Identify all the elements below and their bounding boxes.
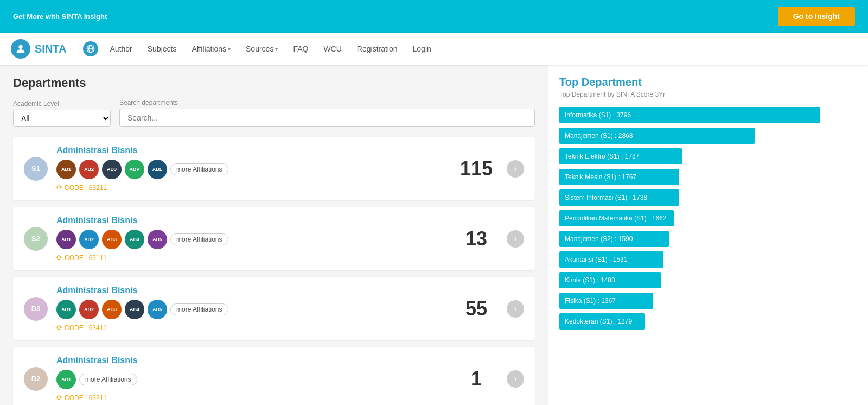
- dept-name[interactable]: Administrasi Bisnis: [56, 286, 446, 295]
- top-dept-bar[interactable]: Akuntansi (S1) : 1531: [559, 251, 663, 268]
- affil-logo[interactable]: AB1: [56, 300, 76, 319]
- affil-logos: AB1more Affiliations: [56, 370, 446, 389]
- dept-info: Administrasi BisnisAB1AB2AB3AB4AB5more A…: [56, 216, 446, 262]
- affil-logo[interactable]: AB5: [148, 230, 167, 249]
- dept-code: ⟳CODE : 63111: [56, 254, 446, 262]
- dept-count: 55: [455, 298, 498, 320]
- top-dept-bar[interactable]: Kimia (S1) : 1488: [559, 272, 661, 288]
- top-dept-bar[interactable]: Pendidikan Matematika (S1) : 1662: [559, 210, 674, 226]
- dept-detail-arrow[interactable]: ›: [507, 370, 524, 388]
- dept-level-badge: S1: [24, 157, 48, 181]
- code-icon: ⟳: [56, 324, 62, 332]
- affil-logo[interactable]: AB3: [102, 300, 122, 319]
- dept-name[interactable]: Administrasi Bisnis: [56, 145, 446, 155]
- nav-item-registration[interactable]: Registration: [350, 41, 404, 56]
- dept-count: 13: [455, 227, 498, 250]
- brand-icon: [11, 39, 30, 59]
- top-dept-bar[interactable]: Manajemen (S2) : 1590: [559, 231, 669, 247]
- top-dept-bar-item: Sistem Informasi (S1) : 1738: [559, 189, 857, 206]
- dept-code: ⟳CODE : 63211: [56, 394, 446, 402]
- brand-name: SINTA: [35, 43, 67, 55]
- dept-info: Administrasi BisnisAB1more Affiliations⟳…: [56, 356, 446, 402]
- department-list: S1Administrasi BisnisAB1AB2AB3ABPABLmore…: [13, 137, 535, 405]
- dept-level-badge: S2: [24, 227, 48, 251]
- affil-logo[interactable]: AB2: [79, 230, 99, 249]
- affil-logo[interactable]: AB1: [56, 370, 76, 389]
- nav-item-sources[interactable]: Sources▾: [239, 41, 284, 56]
- dept-detail-arrow[interactable]: ›: [507, 230, 524, 248]
- affil-logo[interactable]: ABL: [148, 160, 167, 179]
- top-dept-bar[interactable]: Sistem Informasi (S1) : 1738: [559, 189, 679, 206]
- more-affiliations-button[interactable]: more Affiliations: [170, 233, 228, 245]
- academic-level-filter: Academic Level AllS1S2S3D3D4D2D1: [13, 100, 111, 127]
- dept-code-text: CODE : 63211: [65, 394, 107, 402]
- dept-detail-arrow[interactable]: ›: [507, 300, 524, 318]
- more-affiliations-button[interactable]: more Affiliations: [170, 163, 228, 175]
- department-card: D2Administrasi BisnisAB1more Affiliation…: [13, 347, 535, 405]
- top-dept-bar-item: Manajemen (S1) : 2868: [559, 128, 857, 144]
- affil-logo[interactable]: AB4: [125, 230, 144, 249]
- search-wrap: Search departments: [119, 99, 535, 127]
- nav-links: AuthorSubjectsAffiliations▾Sources▾FAQWC…: [104, 41, 857, 56]
- top-dept-bar[interactable]: Teknik Elektro (S1) : 1787: [559, 148, 682, 164]
- top-dept-bar-item: Teknik Mesin (S1) : 1767: [559, 169, 857, 185]
- globe-icon[interactable]: [83, 41, 98, 56]
- dept-name[interactable]: Administrasi Bisnis: [56, 356, 446, 365]
- dept-code-text: CODE : 63211: [65, 184, 107, 192]
- search-label: Search departments: [119, 99, 535, 106]
- chevron-down-icon: ▾: [275, 46, 278, 52]
- dept-code-text: CODE : 63411: [65, 324, 107, 332]
- affil-logo[interactable]: AB2: [79, 300, 99, 319]
- top-dept-bar-item: Pendidikan Matematika (S1) : 1662: [559, 210, 857, 226]
- insight-button[interactable]: Go to Insight: [778, 7, 855, 26]
- affil-logo[interactable]: AB3: [102, 160, 122, 179]
- nav-item-author[interactable]: Author: [104, 41, 139, 56]
- dept-name[interactable]: Administrasi Bisnis: [56, 216, 446, 225]
- dept-info: Administrasi BisnisAB1AB2AB3AB4AB5more A…: [56, 286, 446, 332]
- nav-item-affiliations[interactable]: Affiliations▾: [185, 41, 237, 56]
- dept-count: 1: [455, 368, 498, 390]
- top-department-chart: Informatika (S1) : 3796Manajemen (S1) : …: [559, 107, 857, 330]
- top-dept-bar[interactable]: Teknik Mesin (S1) : 1767: [559, 169, 679, 185]
- dept-code: ⟳CODE : 63211: [56, 183, 446, 192]
- affil-logo[interactable]: AB1: [56, 160, 76, 179]
- main-layout: Departments Academic Level AllS1S2S3D3D4…: [0, 65, 868, 405]
- dept-level-badge: D3: [24, 297, 48, 321]
- top-dept-bar-item: Akuntansi (S1) : 1531: [559, 251, 857, 268]
- nav-item-subjects[interactable]: Subjects: [141, 41, 183, 56]
- affil-logo[interactable]: AB4: [125, 300, 144, 319]
- affil-logo[interactable]: AB3: [102, 230, 122, 249]
- more-affiliations-button[interactable]: more Affiliations: [170, 303, 228, 315]
- affil-logo[interactable]: AB1: [56, 230, 76, 249]
- nav-item-login[interactable]: Login: [406, 41, 438, 56]
- nav-item-faq[interactable]: FAQ: [286, 41, 315, 56]
- affil-logo[interactable]: AB5: [148, 300, 167, 319]
- brand-logo[interactable]: SINTA: [11, 39, 67, 59]
- affil-logo[interactable]: AB2: [79, 160, 99, 179]
- code-icon: ⟳: [56, 394, 62, 402]
- top-dept-bar-item: Fisika (S1) : 1367: [559, 293, 857, 309]
- department-card: S2Administrasi BisnisAB1AB2AB3AB4AB5more…: [13, 207, 535, 270]
- navbar: SINTA AuthorSubjectsAffiliations▾Sources…: [0, 33, 868, 65]
- top-dept-bar[interactable]: Kedokteran (S1) : 1279: [559, 313, 645, 330]
- dept-level-badge: D2: [24, 367, 48, 391]
- affil-logo[interactable]: ABP: [125, 160, 144, 179]
- top-dept-bar-item: Teknik Elektro (S1) : 1787: [559, 148, 857, 164]
- top-dept-bar[interactable]: Informatika (S1) : 3796: [559, 107, 820, 123]
- search-input[interactable]: [119, 109, 535, 127]
- academic-level-label: Academic Level: [13, 100, 111, 107]
- dept-detail-arrow[interactable]: ›: [507, 160, 524, 178]
- top-dept-bar-item: Manajemen (S2) : 1590: [559, 231, 857, 247]
- top-dept-bar-item: Informatika (S1) : 3796: [559, 107, 857, 123]
- more-affiliations-button[interactable]: more Affiliations: [79, 374, 137, 385]
- affil-logos: AB1AB2AB3AB4AB5more Affiliations: [56, 230, 446, 249]
- chevron-down-icon: ▾: [228, 46, 231, 52]
- top-dept-bar[interactable]: Manajemen (S1) : 2868: [559, 128, 755, 144]
- nav-item-wcu[interactable]: WCU: [317, 41, 348, 56]
- code-icon: ⟳: [56, 254, 62, 262]
- academic-level-select[interactable]: AllS1S2S3D3D4D2D1: [13, 110, 111, 127]
- insight-text: Get More with SINTA Insight: [13, 12, 107, 21]
- top-dept-bar[interactable]: Fisika (S1) : 1367: [559, 293, 653, 309]
- insight-banner: Get More with SINTA Insight Go to Insigh…: [0, 0, 868, 33]
- department-card: D3Administrasi BisnisAB1AB2AB3AB4AB5more…: [13, 277, 535, 340]
